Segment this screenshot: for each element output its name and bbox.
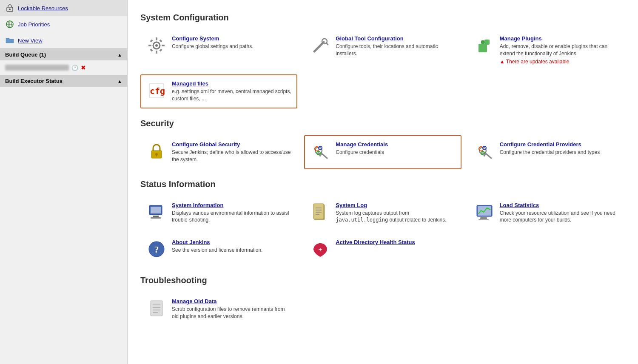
sidebar-item-label: New View [18, 37, 43, 44]
active-directory-health-icon: + [310, 239, 330, 259]
manage-old-data-item[interactable]: Manage Old Data Scrub configuration file… [140, 292, 297, 326]
configure-global-security-title[interactable]: Configure Global Security [172, 141, 291, 148]
svg-rect-21 [481, 40, 484, 44]
about-jenkins-title[interactable]: About Jenkins [172, 239, 262, 245]
svg-line-41 [484, 154, 486, 155]
chain-icon [5, 3, 14, 13]
manage-credentials-icon [310, 141, 330, 162]
sidebar: Lockable Resources Job Priorities New Vi… [0, 0, 128, 364]
configure-global-security-text: Configure Global Security Secure Jenkins… [172, 141, 291, 163]
svg-text:?: ? [154, 244, 159, 255]
system-log-title[interactable]: System Log [336, 202, 455, 208]
svg-rect-45 [153, 216, 159, 217]
managed-files-title[interactable]: Managed files [172, 80, 291, 87]
build-queue-item: 🕐 ✖ [5, 63, 122, 72]
build-queue-title: Build Queue (1) [5, 51, 46, 58]
configure-system-text: Configure System Configure global settin… [172, 35, 253, 50]
system-config-title: System Configuration [140, 13, 625, 23]
system-log-item[interactable]: System Log System log captures output fr… [304, 196, 461, 230]
build-queue-header[interactable]: Build Queue (1) ▲ [0, 48, 127, 60]
manage-old-data-icon [146, 298, 167, 318]
global-tool-title[interactable]: Global Tool Configuration [336, 35, 455, 42]
load-statistics-icon [474, 202, 495, 222]
configure-credential-providers-desc: Configure the credential providers and t… [500, 149, 600, 156]
managed-files-icon: cfg [146, 80, 167, 101]
system-information-title[interactable]: System Information [172, 202, 291, 208]
global-tool-config-item[interactable]: Global Tool Configuration Configure tool… [304, 29, 461, 71]
build-executor-header[interactable]: Build Executor Status ▲ [0, 75, 127, 87]
system-information-item[interactable]: System Information Displays various envi… [140, 196, 297, 230]
svg-rect-19 [478, 44, 487, 52]
about-jenkins-item[interactable]: ? About Jenkins See the version and lice… [140, 233, 297, 265]
build-executor-title: Build Executor Status [5, 78, 63, 84]
svg-rect-55 [480, 217, 487, 219]
active-directory-health-title[interactable]: Active Directory Health Status [336, 239, 415, 245]
system-log-text: System Log System log captures output fr… [336, 202, 455, 224]
global-tool-desc: Configure tools, their locations and aut… [336, 43, 455, 57]
svg-text:cfg: cfg [150, 86, 165, 96]
status-info-grid: System Information Displays various envi… [140, 196, 625, 266]
svg-line-36 [485, 153, 491, 158]
configure-global-security-item[interactable]: Configure Global Security Secure Jenkins… [140, 135, 297, 169]
svg-rect-44 [151, 207, 161, 213]
svg-point-7 [155, 44, 158, 47]
blurred-job-name [5, 65, 69, 71]
system-config-grid: Configure System Configure global settin… [140, 29, 625, 108]
folder-icon [5, 36, 14, 45]
system-log-desc: System log captures output from java.uti… [336, 210, 455, 224]
active-directory-health-text: Active Directory Health Status [336, 239, 415, 247]
svg-line-28 [321, 153, 327, 158]
globe-icon [5, 20, 14, 29]
active-directory-health-item[interactable]: + Active Directory Health Status [304, 233, 461, 265]
sidebar-item-label: Job Priorities [18, 21, 50, 28]
managed-files-item[interactable]: cfg Managed files e.g. settings.xml for … [140, 74, 297, 108]
svg-line-33 [320, 154, 322, 155]
svg-text:+: + [319, 246, 322, 253]
load-statistics-title[interactable]: Load Statistics [500, 202, 619, 208]
configure-credential-providers-text: Configure Credential Providers Configure… [500, 141, 600, 156]
managed-files-text: Managed files e.g. settings.xml for mave… [172, 80, 291, 102]
svg-rect-26 [156, 154, 157, 156]
manage-plugins-warning: ▲ There are updates available [500, 58, 619, 65]
status-info-title: Status Information [140, 179, 625, 189]
global-tool-text: Global Tool Configuration Configure tool… [336, 35, 455, 57]
sidebar-item-new-view[interactable]: New View [0, 32, 127, 48]
manage-plugins-desc: Add, remove, disable or enable plugins t… [500, 43, 619, 57]
manage-credentials-title[interactable]: Manage Credentials [336, 141, 388, 148]
svg-rect-8 [156, 37, 157, 40]
svg-rect-11 [162, 45, 165, 46]
manage-plugins-item[interactable]: Manage Plugins Add, remove, disable or e… [468, 29, 625, 71]
svg-rect-12 [150, 39, 153, 42]
system-information-desc: Displays various environmental informati… [172, 210, 291, 224]
configure-system-title[interactable]: Configure System [172, 35, 253, 42]
manage-old-data-text: Manage Old Data Scrub configuration file… [172, 298, 291, 320]
svg-line-42 [484, 155, 485, 156]
cancel-icon[interactable]: ✖ [81, 64, 86, 71]
configure-global-security-icon [146, 141, 167, 162]
configure-credential-providers-item[interactable]: Configure Credential Providers Configure… [468, 135, 625, 169]
troubleshooting-grid: Manage Old Data Scrub configuration file… [140, 292, 625, 326]
manage-plugins-text: Manage Plugins Add, remove, disable or e… [500, 35, 619, 65]
build-queue-chevron: ▲ [117, 52, 122, 57]
configure-system-item[interactable]: Configure System Configure global settin… [140, 29, 297, 71]
manage-old-data-title[interactable]: Manage Old Data [172, 298, 291, 304]
configure-system-icon [146, 35, 167, 56]
svg-line-34 [320, 155, 321, 156]
security-grid: Configure Global Security Secure Jenkins… [140, 135, 625, 169]
about-jenkins-icon: ? [146, 239, 167, 259]
clock-icon: 🕐 [71, 65, 78, 71]
manage-old-data-desc: Scrub configuration files to remove remn… [172, 306, 291, 320]
manage-credentials-item[interactable]: Manage Credentials Configure credentials [304, 135, 461, 169]
global-tool-icon [310, 35, 330, 56]
sidebar-item-job-priorities[interactable]: Job Priorities [0, 16, 127, 32]
load-statistics-item[interactable]: Load Statistics Check your resource util… [468, 196, 625, 230]
manage-plugins-icon [474, 35, 495, 56]
sidebar-item-lockable-resources[interactable]: Lockable Resources [0, 0, 127, 16]
svg-point-1 [9, 9, 11, 10]
manage-plugins-title[interactable]: Manage Plugins [500, 35, 619, 42]
configure-credential-providers-title[interactable]: Configure Credential Providers [500, 141, 600, 148]
configure-system-desc: Configure global settings and paths. [172, 43, 253, 50]
system-information-icon [146, 202, 167, 222]
svg-rect-9 [156, 51, 157, 54]
svg-rect-46 [151, 217, 161, 219]
